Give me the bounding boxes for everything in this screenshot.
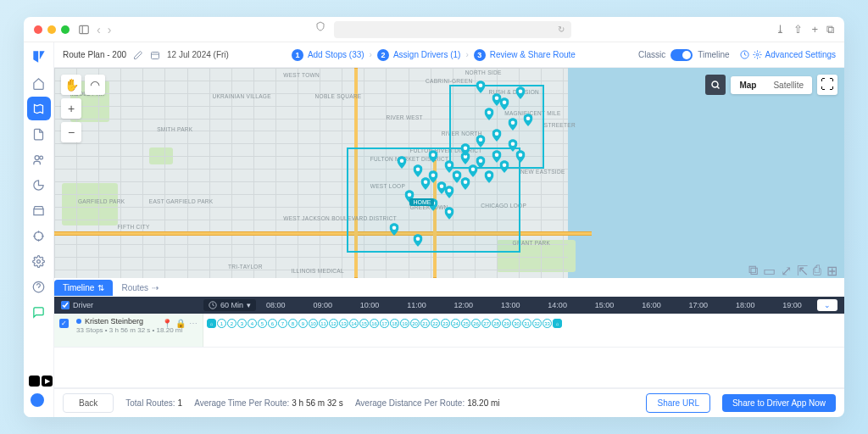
map-pin[interactable] — [445, 207, 454, 220]
map-canvas[interactable]: WEST TOWN UKRAINIAN VILLAGE NOBLE SQUARE… — [54, 68, 844, 278]
map-pin[interactable] — [413, 164, 422, 177]
maximize-icon[interactable] — [61, 25, 70, 34]
nav-settings[interactable] — [27, 249, 51, 273]
play-store-icon[interactable]: ▶ — [42, 376, 53, 387]
zoom-in-icon[interactable]: + — [61, 98, 81, 119]
stop-chip[interactable]: 8 — [288, 319, 298, 328]
map-pin[interactable] — [398, 156, 407, 169]
fullscreen-icon[interactable]: ⛶ — [817, 75, 837, 95]
classic-timeline-toggle[interactable] — [670, 49, 693, 61]
stop-chip[interactable]: 14 — [349, 319, 359, 328]
stop-chip[interactable]: 18 — [390, 319, 399, 328]
stop-chip[interactable]: 12 — [329, 319, 338, 328]
pan-tool-icon[interactable]: ✋ — [61, 75, 81, 95]
tab-routes[interactable]: Routes ⇢ — [113, 280, 167, 296]
interval-select[interactable]: 60 Min ▾ — [203, 299, 256, 311]
home-marker[interactable]: HOME — [409, 198, 434, 206]
map-pin[interactable] — [508, 118, 517, 131]
stop-chip[interactable]: 30 — [512, 319, 521, 328]
user-avatar[interactable] — [29, 392, 46, 409]
zoom-out-icon[interactable]: − — [61, 122, 81, 142]
map-pin[interactable] — [524, 114, 533, 126]
map-pin[interactable] — [500, 160, 509, 173]
tabs-icon[interactable]: ⧉ — [826, 23, 834, 36]
map-pin[interactable] — [460, 177, 470, 190]
lasso-tool-icon[interactable]: ◠ — [85, 75, 105, 95]
map-pin[interactable] — [484, 108, 493, 120]
edit-icon[interactable] — [133, 50, 143, 60]
stop-chip[interactable]: 23 — [441, 319, 450, 328]
stop-chip[interactable]: 2 — [227, 319, 236, 328]
url-bar[interactable]: ↻ — [334, 21, 571, 38]
nav-help[interactable] — [27, 275, 51, 298]
stop-chip[interactable]: 25 — [461, 319, 470, 328]
stop-home[interactable]: ⌂ — [207, 319, 216, 328]
reload-icon[interactable]: ↻ — [558, 25, 565, 34]
map-pin[interactable] — [389, 223, 398, 236]
stop-chip[interactable]: 26 — [471, 319, 481, 328]
nav-store[interactable] — [27, 198, 51, 222]
apple-store-icon[interactable] — [29, 376, 40, 387]
share-icon[interactable]: ⇧ — [793, 23, 803, 36]
nav-analytics[interactable] — [27, 173, 51, 197]
tab-timeline[interactable]: Timeline ⇅ — [54, 280, 113, 296]
stop-chip[interactable]: 28 — [492, 319, 501, 328]
stop-chip[interactable]: 9 — [298, 319, 308, 328]
stop-chip[interactable]: 27 — [481, 319, 491, 328]
advanced-settings-link[interactable]: Advanced Settings — [740, 50, 836, 59]
map-pin[interactable] — [484, 170, 493, 183]
step-add-stops[interactable]: 1Add Stops (33) — [292, 49, 364, 61]
nav-target[interactable] — [27, 224, 51, 248]
map-pin[interactable] — [429, 150, 438, 163]
stop-chip[interactable]: 7 — [278, 319, 287, 328]
map-pin[interactable] — [460, 143, 470, 156]
minimize-icon[interactable] — [47, 25, 56, 34]
share-driver-app-button[interactable]: Share to Driver App Now — [722, 394, 836, 412]
back-button[interactable]: Back — [63, 393, 114, 413]
collapse-panel-icon[interactable]: ⌄ — [817, 299, 837, 311]
nav-home[interactable] — [27, 71, 51, 95]
stop-chip[interactable]: 13 — [339, 319, 348, 328]
stop-chip[interactable]: 24 — [451, 319, 460, 328]
stop-chip[interactable]: 4 — [248, 319, 257, 328]
app-logo[interactable] — [30, 47, 48, 66]
expand-icon[interactable]: ⤢ — [781, 263, 792, 279]
stop-chip[interactable]: 6 — [268, 319, 277, 328]
close-icon[interactable] — [34, 25, 42, 34]
stop-chip[interactable]: 11 — [319, 319, 328, 328]
stop-chip[interactable]: 16 — [370, 319, 379, 328]
stop-chip[interactable]: 20 — [410, 319, 420, 328]
driver-checkbox[interactable]: ✓ — [59, 319, 69, 328]
step-review[interactable]: 3Review & Share Route — [474, 49, 576, 61]
sidebar-toggle-icon[interactable] — [78, 24, 90, 36]
map-pin[interactable] — [476, 135, 486, 147]
map-pin[interactable] — [476, 81, 486, 93]
stop-chip[interactable]: 17 — [380, 319, 389, 328]
map-pin[interactable] — [445, 186, 454, 198]
stop-chip[interactable]: 29 — [502, 319, 511, 328]
nav-route[interactable] — [27, 97, 51, 120]
driver-cell[interactable]: ✓ Kristen Steinberg 33 Stops • 3 h 56 m … — [54, 314, 203, 347]
stop-chip[interactable]: 32 — [532, 319, 542, 328]
nav-chat[interactable] — [27, 300, 51, 324]
export-icon[interactable]: ⇱ — [797, 263, 808, 279]
stop-chip[interactable]: 1 — [217, 319, 226, 328]
new-tab-icon[interactable]: + — [811, 23, 818, 36]
stop-chip[interactable]: 21 — [420, 319, 430, 328]
stop-chip[interactable]: 3 — [237, 319, 247, 328]
stop-chip[interactable]: 33 — [542, 319, 552, 328]
map-pin[interactable] — [515, 150, 525, 163]
stop-chip[interactable]: 31 — [522, 319, 531, 328]
more-icon[interactable]: ⋯ — [189, 319, 198, 328]
map-pin[interactable] — [515, 86, 525, 99]
download-icon[interactable]: ⤓ — [776, 23, 785, 36]
nav-back-icon[interactable]: ‹ — [97, 23, 101, 36]
pin-icon[interactable]: 📍 — [162, 319, 172, 328]
stop-chip[interactable]: 10 — [309, 319, 318, 328]
lock-icon[interactable]: 🔒 — [175, 319, 186, 328]
map-pin[interactable] — [429, 170, 438, 183]
stop-chip[interactable]: 5 — [258, 319, 267, 328]
map-pin[interactable] — [492, 129, 501, 142]
map-pin[interactable] — [413, 234, 422, 247]
map-pin[interactable] — [476, 156, 486, 169]
